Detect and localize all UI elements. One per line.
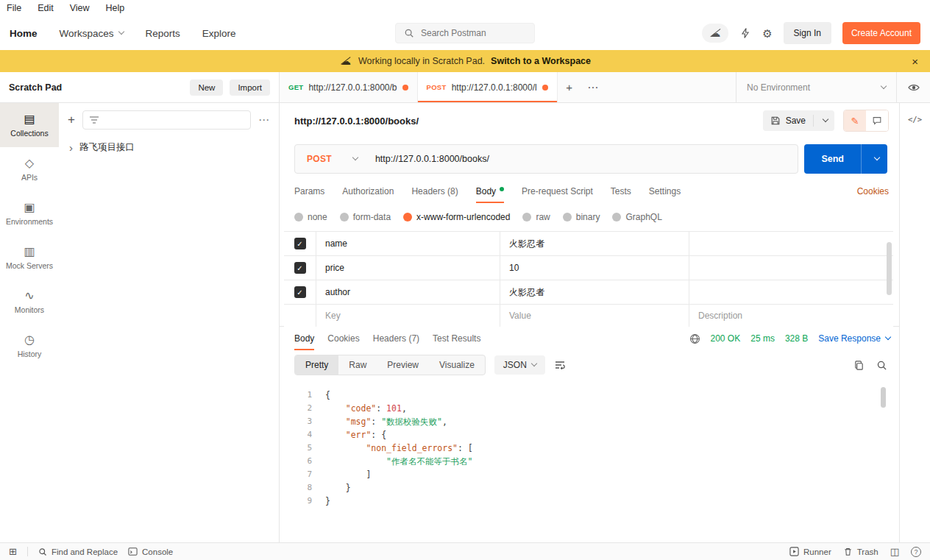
send-label[interactable]: Send xyxy=(804,144,861,174)
table-cell[interactable] xyxy=(689,280,893,304)
expand-chevron-icon[interactable]: › xyxy=(69,142,73,153)
find-and-replace-button[interactable]: Find and Replace xyxy=(38,547,118,556)
network-globe-icon[interactable] xyxy=(689,333,700,344)
tab-options-icon[interactable]: ⋯ xyxy=(581,72,605,102)
cloud-offline-icon[interactable]: ☁ xyxy=(702,24,728,43)
table-row[interactable]: ✓price10 xyxy=(284,256,893,280)
value-placeholder[interactable]: Value xyxy=(500,305,689,327)
tab-pre-request-script[interactable]: Pre-request Script xyxy=(522,180,593,203)
new-tab-button[interactable]: + xyxy=(558,72,581,102)
body-type-raw[interactable]: raw xyxy=(522,212,550,222)
table-cell[interactable]: 10 xyxy=(500,256,689,280)
view-visualize[interactable]: Visualize xyxy=(429,355,485,375)
menu-view[interactable]: View xyxy=(70,3,90,13)
two-pane-icon[interactable]: ◫ xyxy=(890,547,899,556)
environment-quick-look[interactable] xyxy=(896,72,930,102)
response-tab-test-results[interactable]: Test Results xyxy=(433,327,480,350)
table-cell[interactable] xyxy=(689,256,893,280)
add-collection-button[interactable]: + xyxy=(68,113,75,127)
tab-settings[interactable]: Settings xyxy=(649,180,681,203)
create-account-button[interactable]: Create Account xyxy=(842,22,920,44)
response-tab-headers[interactable]: Headers (7) xyxy=(373,327,419,350)
sidebar-item-collections[interactable]: ▤ Collections xyxy=(0,103,59,147)
copy-icon[interactable] xyxy=(853,360,865,371)
key-placeholder[interactable]: Key xyxy=(316,305,500,327)
table-scrollbar[interactable] xyxy=(887,242,892,295)
request-tab-get[interactable]: GET http://127.0.0.1:8000/b xyxy=(280,72,418,102)
response-scrollbar[interactable] xyxy=(881,387,886,408)
table-cell[interactable]: author xyxy=(316,280,500,304)
table-cell[interactable]: 火影忍者 xyxy=(500,232,689,255)
row-checkbox[interactable]: ✓ xyxy=(294,262,306,274)
table-cell[interactable] xyxy=(689,232,893,255)
tab-body[interactable]: Body xyxy=(476,180,504,203)
edit-description-button[interactable]: ✎ xyxy=(844,110,866,131)
table-row-placeholder[interactable]: Key Value Description xyxy=(284,305,893,327)
sidebar-item-monitors[interactable]: ∿ Monitors xyxy=(0,280,59,324)
row-checkbox[interactable]: ✓ xyxy=(294,238,306,249)
nav-home[interactable]: Home xyxy=(10,28,38,39)
comments-button[interactable] xyxy=(866,110,888,131)
table-cell[interactable]: 火影忍者 xyxy=(500,280,689,304)
save-dropdown[interactable] xyxy=(813,115,834,127)
url-input[interactable] xyxy=(371,154,798,164)
tab-headers[interactable]: Headers (8) xyxy=(411,180,458,203)
console-button[interactable]: Console xyxy=(128,547,173,556)
tab-authorization[interactable]: Authorization xyxy=(342,180,394,203)
view-raw[interactable]: Raw xyxy=(338,355,377,375)
nav-reports[interactable]: Reports xyxy=(146,28,180,39)
collection-filter-input[interactable] xyxy=(82,110,251,130)
collection-item[interactable]: › 路飞项目接口 xyxy=(68,141,270,154)
sidebar-item-mock-servers[interactable]: ▥ Mock Servers xyxy=(0,235,59,280)
more-options-icon[interactable]: ⋯ xyxy=(258,113,270,127)
workspace-grid-icon[interactable]: ⊞ xyxy=(9,547,17,556)
switch-workspace-link[interactable]: Switch to a Workspace xyxy=(491,56,591,66)
table-cell[interactable]: name xyxy=(316,232,500,255)
body-type-binary[interactable]: binary xyxy=(563,212,600,222)
import-button[interactable]: Import xyxy=(230,79,270,96)
sidebar-item-environments[interactable]: ▣ Environments xyxy=(0,191,59,235)
search-response-icon[interactable] xyxy=(876,360,887,371)
body-type-graphql[interactable]: GraphQL xyxy=(612,212,661,222)
body-type-form-data[interactable]: form-data xyxy=(340,212,391,222)
menu-file[interactable]: File xyxy=(7,3,21,13)
view-pretty[interactable]: Pretty xyxy=(295,355,338,375)
sidebar-item-apis[interactable]: ◇ APIs xyxy=(0,147,59,191)
runner-button[interactable]: Runner xyxy=(789,547,831,556)
response-tab-body[interactable]: Body xyxy=(294,327,314,350)
body-type-none[interactable]: none xyxy=(294,212,327,222)
description-placeholder[interactable]: Description xyxy=(689,305,893,327)
menu-help[interactable]: Help xyxy=(106,3,125,13)
view-preview[interactable]: Preview xyxy=(377,355,429,375)
sign-in-button[interactable]: Sign In xyxy=(784,22,831,44)
body-type-x-www-form-urlencoded[interactable]: x-www-form-urlencoded xyxy=(403,212,510,222)
format-select[interactable]: JSON xyxy=(494,355,545,375)
nav-explore[interactable]: Explore xyxy=(202,28,236,39)
environment-selector[interactable]: No Environment xyxy=(736,72,896,102)
table-row[interactable]: ✓author火影忍者 xyxy=(284,280,893,305)
response-tab-cookies[interactable]: Cookies xyxy=(327,327,359,350)
wrap-lines-icon[interactable] xyxy=(554,359,566,371)
table-cell[interactable]: price xyxy=(316,256,500,280)
settings-gear-icon[interactable]: ⚙ xyxy=(762,28,772,39)
send-button[interactable]: Send xyxy=(804,144,887,174)
capture-requests-icon[interactable] xyxy=(739,27,751,39)
row-checkbox[interactable]: ✓ xyxy=(294,286,306,298)
menu-edit[interactable]: Edit xyxy=(38,3,54,13)
trash-button[interactable]: Trash xyxy=(843,547,878,556)
save-button[interactable]: Save xyxy=(763,110,834,131)
sidebar-item-history[interactable]: ◷ History xyxy=(0,324,59,368)
method-select[interactable]: POST xyxy=(295,154,371,164)
global-search[interactable]: Search Postman xyxy=(395,23,535,43)
nav-workspaces[interactable]: Workspaces xyxy=(60,28,124,39)
cookies-link[interactable]: Cookies xyxy=(857,186,889,196)
request-tab-post[interactable]: POST http://127.0.0.1:8000/l xyxy=(418,72,558,102)
tab-params[interactable]: Params xyxy=(294,180,324,203)
banner-close-icon[interactable]: × xyxy=(912,55,918,68)
new-button[interactable]: New xyxy=(190,79,223,96)
help-icon[interactable]: ? xyxy=(911,547,921,557)
tab-tests[interactable]: Tests xyxy=(611,180,631,203)
code-snippet-icon[interactable]: </> xyxy=(908,115,922,542)
send-dropdown[interactable] xyxy=(861,144,887,174)
table-row[interactable]: ✓name火影忍者 xyxy=(284,232,893,256)
